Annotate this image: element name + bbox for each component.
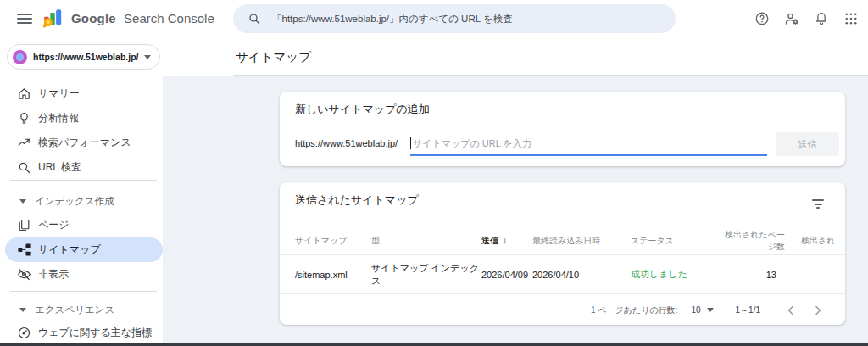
brand-google: Google: [71, 11, 116, 25]
divider: [233, 75, 868, 76]
menu-icon[interactable]: [17, 11, 32, 26]
sidebar-item-label: サイトマップ: [38, 243, 101, 257]
manage-users-icon[interactable]: [783, 10, 800, 27]
section-label: エクスペリエンス: [35, 304, 114, 316]
sidebar-item-label: サマリー: [38, 86, 80, 101]
cell-type: サイトマップ インデックス: [371, 262, 481, 287]
card-title: 送信されたサイトマップ: [295, 193, 419, 208]
col-last-read[interactable]: 最終読み込み日時: [532, 235, 631, 247]
submit-sitemap-button[interactable]: 送信: [776, 132, 839, 156]
url-inspection-searchbar[interactable]: [233, 4, 676, 33]
rows-per-page-select[interactable]: 10: [691, 305, 713, 315]
col-sitemap[interactable]: サイトマップ: [295, 235, 371, 247]
brand-product: Search Console: [124, 11, 214, 25]
eye-off-icon: [16, 267, 31, 282]
chevron-down-icon: [19, 308, 26, 312]
lightbulb-icon: [16, 111, 31, 126]
cell-sitemap: /sitemap.xml: [295, 270, 371, 280]
sidebar-item-insights[interactable]: 分析情報: [5, 106, 163, 131]
search-console-app: Google Search Console: [0, 0, 868, 346]
pagination-range: 1～1/1: [736, 304, 760, 316]
app-title: Google Search Console: [71, 0, 214, 37]
chevron-down-icon: [19, 199, 26, 204]
sidebar-item-label: ウェブに関する主な指標: [38, 326, 152, 340]
sitemap-url-field[interactable]: [410, 132, 767, 156]
sidebar-item-label: 非表示: [38, 267, 69, 282]
sitemap-url-input[interactable]: [411, 138, 767, 148]
sidebar-section-indexing[interactable]: インデックス作成: [0, 189, 163, 213]
col-type[interactable]: 型: [371, 235, 481, 247]
sidebar-item-performance[interactable]: 検索パフォーマンス: [5, 131, 163, 155]
chevron-down-icon: [707, 308, 714, 312]
sort-desc-icon: ↓: [503, 235, 508, 245]
table-pagination: 1 ページあたりの行数: 10 1～1/1: [280, 295, 845, 325]
cell-last-read: 2026/04/10: [532, 270, 631, 280]
property-selector[interactable]: https://www.51weblab.jp/: [7, 44, 160, 70]
sitemap-url-prefix: https://www.51weblab.jp/: [295, 138, 398, 148]
search-icon: [248, 12, 261, 25]
divider: [10, 180, 157, 181]
sidebar-item-sitemaps[interactable]: サイトマップ: [5, 237, 163, 262]
previous-page-icon[interactable]: [782, 302, 799, 319]
pages-icon: [16, 218, 31, 233]
sitemap-icon: [16, 243, 31, 258]
next-page-icon[interactable]: [810, 302, 826, 319]
section-label: インデックス作成: [35, 195, 114, 208]
performance-icon: [16, 136, 31, 151]
property-favicon: [13, 50, 27, 64]
sidebar-item-overview[interactable]: サマリー: [5, 81, 163, 106]
property-url: https://www.51weblab.jp/: [33, 52, 138, 62]
top-app-bar: Google Search Console: [0, 0, 868, 37]
sidebar-nav: サマリー 分析情報 検索パフォーマンス URL 検査 インデックス作成: [0, 81, 163, 345]
notifications-icon[interactable]: [813, 10, 830, 27]
cell-status: 成功しました: [631, 268, 724, 281]
sidebar-item-removals[interactable]: 非表示: [5, 262, 163, 287]
col-submitted[interactable]: 送信↓: [481, 235, 532, 247]
sidebar-item-label: 分析情報: [38, 111, 79, 126]
sidebar-item-core-web-vitals[interactable]: ウェブに関する主な指標: [5, 321, 163, 345]
add-sitemap-card: 新しいサイトマップの追加 https://www.51weblab.jp/ 送信: [280, 92, 845, 166]
cell-pages: 13: [724, 270, 785, 280]
col-discovered-pages[interactable]: 検出されたページ数: [724, 229, 785, 253]
col-status[interactable]: ステータス: [631, 235, 724, 247]
filter-icon[interactable]: [811, 199, 825, 209]
gauge-icon: [16, 326, 31, 341]
sidebar-item-label: URL 検査: [38, 160, 81, 175]
sidebar-item-label: ページ: [38, 218, 70, 232]
sidebar-item-label: 検索パフォーマンス: [38, 136, 131, 150]
home-icon: [16, 86, 31, 102]
sidebar-section-experience[interactable]: エクスペリエンス: [0, 299, 163, 321]
col-discovered-truncated[interactable]: 検出され: [785, 235, 845, 247]
table-row[interactable]: /sitemap.xml サイトマップ インデックス 2026/04/09 20…: [280, 255, 845, 294]
search-console-logo-icon: [42, 8, 64, 30]
table-header-row: サイトマップ 型 送信↓ 最終読み込み日時 ステータス 検出されたページ数 検出…: [280, 227, 845, 255]
header-actions: [754, 0, 860, 37]
help-icon[interactable]: [754, 10, 771, 27]
search-icon: [16, 160, 31, 176]
chevron-down-icon: [144, 55, 151, 59]
submitted-sitemaps-card: 送信されたサイトマップ サイトマップ 型 送信↓ 最終読み込み日時 ステータス …: [280, 182, 845, 325]
card-title: 新しいサイトマップの追加: [295, 102, 430, 117]
apps-grid-icon[interactable]: [843, 10, 860, 27]
cell-submitted: 2026/04/09: [481, 270, 532, 280]
sidebar-item-url-inspection[interactable]: URL 検査: [5, 155, 163, 180]
page-title: サイトマップ: [236, 44, 311, 70]
sidebar-item-pages[interactable]: ページ: [5, 213, 163, 237]
divider: [10, 291, 157, 292]
rows-per-page-label: 1 ページあたりの行数:: [591, 304, 678, 316]
url-inspection-input[interactable]: [272, 4, 664, 33]
add-sitemap-row: https://www.51weblab.jp/ 送信: [295, 132, 839, 156]
